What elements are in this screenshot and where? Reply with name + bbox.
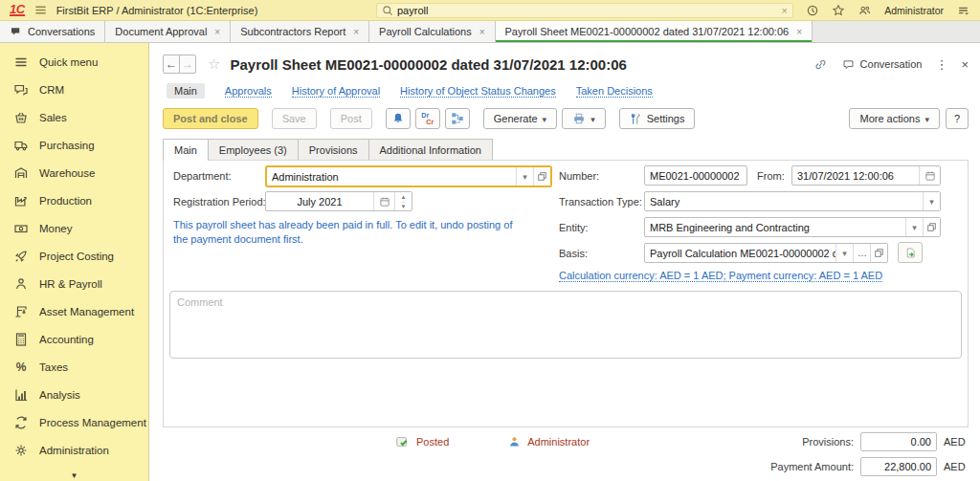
dropdown-caret-icon	[543, 113, 547, 124]
dropdown-caret-icon[interactable]	[835, 244, 853, 262]
tab-payroll-sheet-active[interactable]: Payroll Sheet ME0021-00000002 dated 31/0…	[496, 21, 813, 42]
dropdown-caret-icon[interactable]	[516, 167, 533, 186]
from-date-field[interactable]: 31/07/2021 12:00:06	[791, 165, 941, 186]
tab-payroll-calculations[interactable]: Payroll Calculations	[369, 21, 495, 42]
calendar-icon[interactable]	[919, 166, 940, 185]
formtab-additional-information[interactable]: Additional Information	[368, 139, 493, 160]
search-clear-icon[interactable]	[782, 5, 788, 16]
reminder-bell-button[interactable]	[386, 108, 411, 129]
get-link-icon[interactable]	[813, 57, 828, 72]
search-input[interactable]	[397, 5, 778, 16]
favorites-star-icon[interactable]	[832, 4, 845, 17]
basis-field[interactable]: Payroll Calculation ME0021-00000002 date…	[644, 243, 888, 263]
basket-icon	[13, 110, 29, 125]
sidebar-item-administration[interactable]: Administration	[0, 436, 148, 464]
sidebar-item-process-management[interactable]: Process Management	[0, 408, 148, 436]
sidebar-item-taxes[interactable]: Taxes	[0, 353, 148, 381]
settings-button[interactable]: Settings	[619, 108, 696, 129]
sidebar-item-accounting[interactable]: Accounting	[0, 325, 148, 353]
sidebar-item-sales[interactable]: Sales	[0, 103, 148, 131]
tab-subcontractors-report[interactable]: Subcontractors Report	[231, 21, 369, 42]
related-documents-button[interactable]	[445, 108, 470, 129]
provisions-field[interactable]	[860, 432, 937, 451]
top-bar: 1C FirstBit ERP / Administrator (1C:Ente…	[0, 0, 980, 21]
generate-button[interactable]: Generate	[483, 108, 557, 129]
sidebar-item-analysis[interactable]: Analysis	[0, 381, 148, 408]
more-menu-icon[interactable]	[935, 57, 947, 72]
current-user-label[interactable]: Administrator	[884, 5, 944, 16]
sync-arrows-icon	[13, 415, 29, 430]
post-and-close-button[interactable]: Post and close	[163, 108, 258, 129]
post-button[interactable]: Post	[330, 108, 372, 129]
open-icon[interactable]	[923, 218, 940, 236]
author-status: Administrator	[508, 435, 590, 448]
period-stepper[interactable]	[394, 192, 412, 210]
app-title: FirstBit ERP / Administrator (1C:Enterpr…	[56, 5, 258, 16]
entity-field[interactable]: MRB Engineering and Contracting	[644, 217, 941, 237]
number-field[interactable]	[644, 165, 747, 186]
save-button[interactable]: Save	[272, 108, 317, 129]
formtab-employees[interactable]: Employees (3)	[208, 139, 299, 160]
navlink-approvals[interactable]: Approvals	[225, 85, 272, 98]
history-icon[interactable]	[806, 4, 819, 17]
payment-amount-field[interactable]	[860, 457, 937, 476]
step-up-icon	[402, 192, 406, 202]
tab-conversations[interactable]: Conversations	[0, 21, 105, 42]
sidebar-item-project-costing[interactable]: Project Costing	[0, 242, 148, 270]
favorite-star-icon[interactable]	[208, 55, 220, 73]
print-button[interactable]	[562, 108, 606, 129]
sidebar-item-hr-payroll[interactable]: HR & Payroll	[0, 270, 148, 297]
help-button[interactable]: ?	[946, 108, 969, 129]
global-search[interactable]	[376, 3, 793, 18]
registration-period-field[interactable]: July 2021	[265, 191, 412, 211]
more-actions-button[interactable]: More actions	[849, 108, 940, 129]
navlink-taken-decisions[interactable]: Taken Decisions	[576, 85, 653, 98]
main-menu-icon[interactable]	[33, 3, 48, 17]
menu-icon	[13, 55, 29, 70]
tab-document-approval[interactable]: Document Approval	[105, 21, 231, 42]
open-icon[interactable]	[533, 167, 550, 186]
sidebar-item-purchasing[interactable]: Purchasing	[0, 131, 148, 159]
close-form-icon[interactable]	[961, 57, 969, 72]
open-icon[interactable]	[870, 244, 887, 262]
back-button[interactable]	[163, 55, 180, 74]
page-title: Payroll Sheet ME0021-00000002 dated 31/0…	[230, 56, 626, 73]
forward-button[interactable]	[179, 55, 196, 74]
navlink-main[interactable]: Main	[167, 83, 205, 98]
formtab-provisions[interactable]: Provisions	[298, 139, 369, 160]
currency-settings-link[interactable]: Calculation currency: AED = 1 AED; Payme…	[559, 270, 882, 282]
navlink-history-of-approval[interactable]: History of Approval	[292, 85, 380, 98]
choose-from-list-icon[interactable]	[853, 244, 870, 262]
close-tab-icon[interactable]	[479, 27, 485, 37]
dropdown-caret-icon[interactable]	[923, 192, 940, 210]
sidebar-item-asset-management[interactable]: Asset Management	[0, 297, 148, 325]
registration-period-label: Registration Period:	[173, 192, 266, 212]
comment-field[interactable]	[169, 291, 962, 359]
sidebar-item-quick-menu[interactable]: Quick menu	[0, 48, 148, 76]
department-field[interactable]: Administration	[265, 165, 552, 187]
generate-from-basis-button[interactable]	[898, 242, 923, 263]
1c-logo: 1C	[10, 4, 25, 16]
sidebar-scroll-down-icon[interactable]: ▼	[0, 472, 148, 481]
speech-bubbles-icon	[13, 82, 29, 98]
close-tab-icon[interactable]	[214, 27, 220, 37]
sidebar-item-production[interactable]: Production	[0, 186, 148, 214]
sidebar-item-money[interactable]: Money	[0, 214, 148, 242]
calendar-icon[interactable]	[373, 192, 394, 210]
dropdown-caret-icon[interactable]	[905, 218, 923, 236]
conversation-button[interactable]: Conversation	[841, 58, 923, 71]
dr-cr-postings-button[interactable]: DrCr	[415, 108, 440, 129]
crane-icon	[13, 304, 29, 319]
formtab-main[interactable]: Main	[163, 139, 209, 161]
sidebar-item-warehouse[interactable]: Warehouse	[0, 159, 148, 186]
sidebar-item-crm[interactable]: CRM	[0, 76, 148, 103]
service-menu-icon[interactable]	[956, 4, 970, 17]
discussions-users-icon[interactable]	[858, 4, 872, 17]
from-label: From:	[757, 166, 785, 186]
navlink-history-of-object-status-changes[interactable]: History of Object Status Changes	[400, 85, 556, 98]
main-tab-panel: Department: Administration Registration …	[163, 160, 969, 427]
close-tab-icon[interactable]	[353, 27, 359, 37]
chat-bubble-icon	[10, 26, 22, 37]
close-tab-icon[interactable]	[796, 27, 802, 37]
transaction-type-field[interactable]: Salary	[644, 191, 941, 211]
